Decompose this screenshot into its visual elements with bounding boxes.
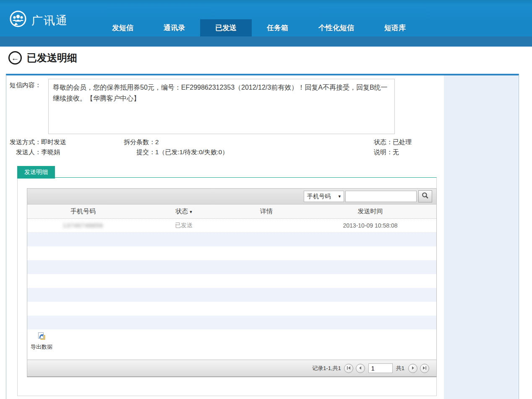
- export-icon: [28, 332, 55, 342]
- arrow-left-icon: ←: [11, 54, 19, 62]
- last-page-button[interactable]: [420, 364, 429, 373]
- column-header-status[interactable]: 状态▾: [139, 207, 229, 215]
- tab-personalized-sms[interactable]: 个性化短信: [303, 19, 369, 36]
- sms-content-box[interactable]: 尊敬的会员，您的保养抵用券50元，编号：EF299862312353（2012/…: [48, 79, 395, 134]
- send-detail-datagrid: 手机号码 ▾ 手机号码: [27, 188, 437, 377]
- table-row-empty: [27, 316, 436, 329]
- table-row-empty: [27, 302, 436, 316]
- header-subbar: [0, 36, 532, 47]
- table-row-empty: [27, 233, 436, 246]
- prev-page-icon: [358, 365, 362, 371]
- back-button[interactable]: ←: [8, 51, 22, 65]
- first-page-button[interactable]: [344, 364, 353, 373]
- tab-sent[interactable]: 已发送: [200, 19, 252, 36]
- note-value: 无: [393, 148, 399, 155]
- note-field: 说明：无: [374, 148, 399, 156]
- page-title-row: ← 已发送明细: [8, 51, 77, 65]
- app-header: 广讯通 发短信 通讯录 已发送 任务箱 个性化短信 短语库: [0, 0, 532, 36]
- chevron-down-icon: ▾: [338, 194, 341, 199]
- app-logo: 广讯通: [8, 10, 68, 31]
- tab-send-sms[interactable]: 发短信: [97, 19, 149, 36]
- grid-footer-area: 导出数据: [27, 329, 436, 360]
- column-header-detail[interactable]: 详情: [229, 207, 304, 215]
- last-page-icon: [422, 365, 427, 371]
- search-field-select[interactable]: 手机号码 ▾: [304, 191, 344, 202]
- table-header-row: 手机号码 状态▾ 详情 发送时间: [27, 205, 436, 219]
- page-title: 已发送明细: [27, 51, 77, 65]
- right-side-panel: [444, 75, 519, 399]
- table-empty-rows: [27, 233, 436, 329]
- send-mode-field: 发送方式：即时发送: [10, 138, 66, 146]
- app-screen: 广讯通 发短信 通讯录 已发送 任务箱 个性化短信 短语库 ← 已发送明细 短信…: [0, 0, 532, 399]
- search-input[interactable]: [345, 191, 417, 202]
- grid-search-toolbar: 手机号码 ▾: [27, 189, 436, 205]
- people-bubble-logo-icon: [8, 10, 28, 31]
- export-data-button[interactable]: 导出数据: [28, 332, 55, 351]
- search-button[interactable]: [418, 190, 432, 202]
- row-send-time: 2013-10-09 10:58:08: [343, 222, 398, 229]
- submit-value: 1（已发:1/待发:0/失败:0）: [155, 148, 228, 155]
- tab-phrase-library[interactable]: 短语库: [369, 19, 421, 36]
- status-value: 已处理: [393, 138, 412, 145]
- first-page-icon: [347, 365, 351, 371]
- send-mode-value: 即时发送: [41, 138, 66, 145]
- search-field-selected: 手机号码: [307, 193, 331, 200]
- column-header-phone[interactable]: 手机号码: [27, 207, 139, 215]
- split-count-field: 拆分条数：2: [124, 138, 159, 146]
- table-row[interactable]: 13746748856 已发送 2013-10-09 10:58:08: [27, 219, 436, 233]
- tab-task-box[interactable]: 任务箱: [252, 19, 303, 36]
- pagination-bar: 记录1-1,共1 共1: [27, 360, 436, 376]
- next-page-icon: [411, 365, 415, 371]
- pager-total: 共1: [396, 365, 404, 372]
- next-page-button[interactable]: [408, 364, 417, 373]
- tab-contacts[interactable]: 通讯录: [149, 19, 200, 36]
- submit-field: 提交：1（已发:1/待发:0/失败:0）: [136, 148, 228, 156]
- tab-send-detail[interactable]: 发送明细: [17, 166, 55, 179]
- table-row-empty: [27, 274, 436, 288]
- page-number-input[interactable]: [368, 363, 393, 373]
- pager-summary: 记录1-1,共1: [312, 365, 341, 372]
- sms-content-label: 短信内容：: [10, 81, 41, 89]
- prev-page-button[interactable]: [356, 364, 365, 373]
- table-row-empty: [27, 288, 436, 302]
- app-name: 广讯通: [31, 13, 68, 28]
- row-status: 已发送: [175, 222, 193, 228]
- status-field: 状态：已处理: [374, 138, 412, 146]
- caret-down-icon: ▾: [190, 209, 192, 214]
- main-nav: 发短信 通讯录 已发送 任务箱 个性化短信 短语库: [97, 19, 421, 36]
- sender-value: 李晓娟: [41, 148, 60, 155]
- table-row-empty: [27, 246, 436, 260]
- column-header-time[interactable]: 发送时间: [304, 207, 436, 215]
- send-detail-tabpanel: 手机号码 ▾ 手机号码: [17, 177, 437, 396]
- main-panel: 短信内容： 尊敬的会员，您的保养抵用券50元，编号：EF299862312353…: [6, 74, 519, 399]
- split-count-value: 2: [155, 138, 159, 145]
- table-row-empty: [27, 260, 436, 274]
- search-icon: [422, 192, 429, 201]
- phone-number-blurred: 13746748856: [63, 222, 104, 229]
- sender-field: 发送人：李晓娟: [16, 148, 60, 156]
- export-label: 导出数据: [28, 343, 55, 351]
